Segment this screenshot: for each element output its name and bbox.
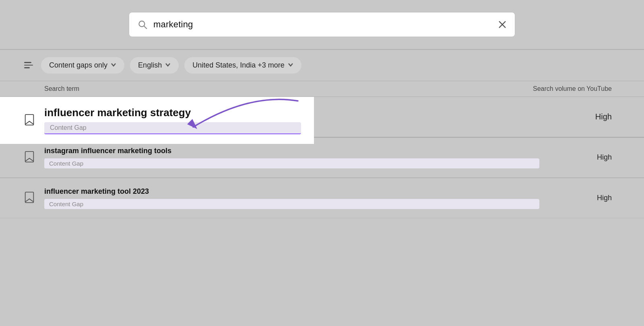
term-col-2: instagram influencer marketing tools Con… (44, 147, 539, 168)
svg-line-1 (144, 26, 147, 29)
term-col-3: influencer marketing tool 2023 Content G… (44, 187, 539, 209)
term-name-1: influencer marketing strategy (44, 107, 301, 119)
bookmark-col-2 (24, 151, 44, 164)
clear-search-button[interactable] (498, 20, 507, 29)
search-input[interactable]: marketing (153, 19, 498, 30)
bookmark-icon-2[interactable] (24, 151, 35, 164)
filter-bar: Content gaps only English United States,… (0, 50, 644, 81)
search-bar: marketing (129, 12, 515, 37)
search-icon (137, 19, 148, 30)
region-chevron (288, 61, 293, 70)
term-col-1: influencer marketing strategy Content Ga… (44, 107, 301, 134)
volume-cell-2: High (539, 153, 620, 162)
term-name-3: influencer marketing tool 2023 (44, 187, 539, 196)
col-header-search-term: Search term (44, 85, 533, 92)
bookmark-col-3 (24, 191, 44, 205)
region-label: United States, India +3 more (192, 61, 285, 70)
highlighted-row-container: High influencer marketing strategy Conte… (0, 97, 644, 137)
language-filter[interactable]: English (130, 57, 179, 74)
table-body: High influencer marketing strategy Conte… (0, 97, 644, 218)
bookmark-icon-1[interactable] (24, 114, 35, 127)
bookmark-icon-3[interactable] (24, 191, 35, 205)
language-chevron (165, 61, 171, 70)
col-header-volume: Search volume on YouTube (533, 85, 620, 92)
bookmark-col-1 (24, 114, 44, 127)
content-gaps-filter[interactable]: Content gaps only (41, 57, 124, 74)
content-gaps-chevron (111, 61, 116, 70)
volume-cell-1: High (539, 112, 620, 121)
table-row[interactable]: influencer marketing tool 2023 Content G… (0, 178, 644, 218)
term-name-2: instagram influencer marketing tools (44, 147, 539, 155)
content-gap-badge-2: Content Gap (44, 158, 539, 168)
content-gap-badge-3: Content Gap (44, 199, 539, 209)
svg-point-0 (139, 21, 144, 27)
language-label: English (138, 61, 162, 70)
filter-menu-icon[interactable] (24, 62, 33, 68)
page-wrapper: marketing Content gaps only (0, 0, 644, 326)
content-gap-badge-1: Content Gap (44, 122, 301, 134)
table-header: Search term Search volume on YouTube (0, 81, 644, 97)
content-gaps-label: Content gaps only (49, 61, 107, 70)
volume-cell-3: High (539, 194, 620, 202)
highlighted-card: influencer marketing strategy Content Ga… (0, 97, 314, 144)
search-bar-container: marketing (129, 12, 515, 37)
region-filter[interactable]: United States, India +3 more (184, 57, 301, 74)
hamburger-icon (24, 62, 33, 68)
